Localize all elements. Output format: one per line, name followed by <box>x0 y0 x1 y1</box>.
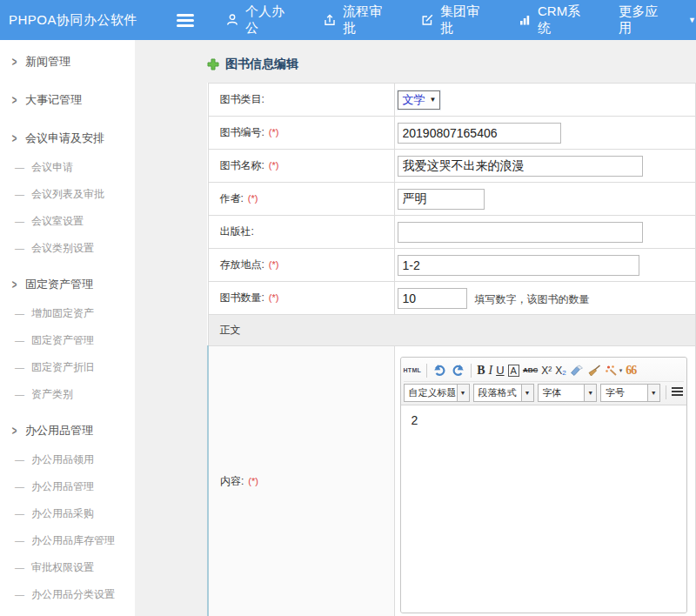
dash-icon: — <box>15 389 24 399</box>
quantity-input[interactable] <box>398 288 467 309</box>
form-row-book-name: 图书名称:(*) <box>208 150 696 183</box>
font-color-button[interactable]: A <box>508 365 519 377</box>
hamburger-menu-icon[interactable] <box>177 11 194 30</box>
sidebar-item-asset-manage[interactable]: —固定资产管理 <box>0 327 135 354</box>
html-source-button[interactable]: HTML <box>404 367 422 373</box>
sidebar-item-meeting-category[interactable]: —会议类别设置 <box>0 235 135 262</box>
sidebar-item-asset-depreciation[interactable]: —固定资产折旧 <box>0 354 135 381</box>
main-content: 图书信息编辑 图书类目: 文学 ▼ 图书编号:(*) 图书名称:(*) 作者:(… <box>135 40 696 616</box>
sidebar-item-meeting-room[interactable]: —会议室设置 <box>0 208 135 235</box>
sidebar-item-supplies-manage[interactable]: —办公用品管理 <box>0 473 135 500</box>
undo-button[interactable] <box>432 364 447 377</box>
user-icon <box>225 13 239 27</box>
strikethrough-button[interactable]: ABC <box>523 366 538 374</box>
upload-box-icon <box>323 13 337 27</box>
sidebar-item-events-mgmt[interactable]: >大事记管理 <box>0 84 135 116</box>
dash-icon: — <box>15 243 24 253</box>
justify-align-icon[interactable] <box>672 387 684 398</box>
magic-format-icon[interactable]: ▾ <box>605 365 623 377</box>
field-label: 图书名称: <box>220 159 264 171</box>
caret-down-icon: ▼ <box>457 385 469 401</box>
nav-crm-system[interactable]: CRM系统 <box>518 3 592 37</box>
dash-icon: — <box>15 508 24 519</box>
sidebar-item-supplies-claim[interactable]: —办公用品领用 <box>0 446 135 473</box>
chevron-right-icon: > <box>12 55 17 69</box>
redo-button[interactable] <box>451 364 465 377</box>
caret-down-icon: ▼ <box>647 385 659 401</box>
bold-button[interactable]: B <box>477 364 485 378</box>
sidebar-item-asset-mgmt[interactable]: >固定资产管理 <box>0 268 135 300</box>
sidebar-item-news-mgmt[interactable]: >新闻管理 <box>0 45 135 77</box>
quantity-hint: 填写数字，该图书的数量 <box>475 293 590 305</box>
subscript-button[interactable]: X2 <box>555 365 566 377</box>
dash-icon: — <box>15 162 24 172</box>
editor-toolbar: HTML B I U A ABC X² X2 <box>401 358 686 405</box>
sidebar-item-supplies-inventory[interactable]: —办公用品库存管理 <box>0 527 135 554</box>
font-family-dropdown[interactable]: 字体▼ <box>538 384 598 402</box>
eraser-icon[interactable] <box>570 365 584 377</box>
field-label: 图书数量: <box>220 291 264 304</box>
chevron-right-icon: > <box>12 278 17 291</box>
paragraph-format-dropdown[interactable]: 段落格式▼ <box>473 384 534 402</box>
underline-button[interactable]: U <box>496 364 504 377</box>
caret-down-icon: ▼ <box>521 385 533 401</box>
sidebar-item-asset-add[interactable]: —增加固定资产 <box>0 300 135 327</box>
field-label: 图书编号: <box>220 126 264 138</box>
chevron-right-icon: > <box>12 93 17 107</box>
nav-more-apps[interactable]: 更多应用 ▼ <box>619 3 696 37</box>
nav-personal-office[interactable]: 个人办公 <box>225 3 297 37</box>
category-select[interactable]: 文学 ▼ <box>398 90 441 110</box>
sidebar-item-meeting-mgmt[interactable]: >会议申请及安排 <box>0 122 135 154</box>
plus-icon <box>207 58 219 70</box>
superscript-button[interactable]: X² <box>541 365 552 377</box>
sidebar-item-supplies-purchase[interactable]: —办公用品采购 <box>0 500 135 527</box>
book-code-input[interactable] <box>398 123 561 144</box>
font-size-dropdown[interactable]: 字号▼ <box>600 384 660 402</box>
form-row-quantity: 图书数量:(*) 填写数字，该图书的数量 <box>208 282 696 315</box>
italic-button[interactable]: I <box>488 364 492 378</box>
top-nav: 个人办公 流程审批 集团审批 CRM系统 更多应用 ▼ <box>225 3 696 37</box>
sidebar-item-meeting-apply[interactable]: —会议申请 <box>0 154 135 181</box>
editor-content-area[interactable]: 2 <box>401 405 686 613</box>
dash-icon: — <box>15 335 24 345</box>
caret-down-icon: ▾ <box>619 367 623 374</box>
field-label: 图书类目: <box>220 93 264 105</box>
format-brush-icon[interactable] <box>587 365 601 377</box>
nav-label: 更多应用 <box>619 3 670 37</box>
nav-group-approval[interactable]: 集团审批 <box>420 3 492 37</box>
chevron-right-icon: > <box>12 424 17 438</box>
nav-label: 个人办公 <box>245 3 297 37</box>
nav-workflow-approval[interactable]: 流程审批 <box>323 3 394 37</box>
chevron-right-icon: > <box>12 131 17 145</box>
bar-chart-icon <box>518 13 532 27</box>
field-label: 存放地点: <box>220 258 264 271</box>
custom-title-dropdown[interactable]: 自定义标题▼ <box>404 384 470 402</box>
sidebar-item-asset-category[interactable]: —资产类别 <box>0 381 135 408</box>
dash-icon: — <box>15 562 24 572</box>
dash-icon: — <box>15 216 24 226</box>
dash-icon: — <box>15 308 24 318</box>
blockquote-button[interactable]: 66 <box>626 364 636 378</box>
book-name-input[interactable] <box>398 156 643 177</box>
nav-label: 集团审批 <box>440 3 492 37</box>
caret-down-icon: ▼ <box>584 385 596 401</box>
dash-icon: — <box>15 454 24 465</box>
sidebar-item-supplies-mgmt[interactable]: >办公用品管理 <box>0 414 135 446</box>
field-label: 作者: <box>220 192 244 204</box>
sidebar-menu: >新闻管理 >大事记管理 >会议申请及安排 —会议申请 —会议列表及审批 —会议… <box>0 40 135 616</box>
form-row-category: 图书类目: 文学 ▼ <box>208 84 696 117</box>
rich-text-editor: HTML B I U A ABC X² X2 <box>400 357 687 613</box>
sidebar-item-meeting-list[interactable]: —会议列表及审批 <box>0 181 135 208</box>
app-logo: PHPOA协同办公软件 <box>0 12 177 29</box>
form-row-publisher: 出版社: <box>208 216 696 249</box>
form-row-book-code: 图书编号:(*) <box>208 117 696 150</box>
book-edit-form: 图书类目: 文学 ▼ 图书编号:(*) 图书名称:(*) 作者:(*) 出版社: <box>207 83 696 616</box>
author-input[interactable] <box>398 189 485 210</box>
sidebar-item-approval-permission[interactable]: —审批权限设置 <box>0 554 135 581</box>
nav-label: 流程审批 <box>343 3 394 37</box>
field-label: 出版社: <box>220 225 254 238</box>
sidebar-item-supplies-category[interactable]: —办公用品分类设置 <box>0 581 135 608</box>
dash-icon: — <box>15 189 24 199</box>
publisher-input[interactable] <box>398 222 643 243</box>
location-input[interactable] <box>398 255 639 276</box>
